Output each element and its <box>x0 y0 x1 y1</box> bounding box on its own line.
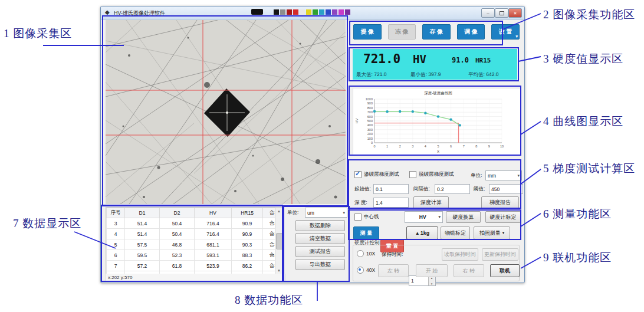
table-cell: 7 <box>107 261 125 271</box>
scroll-up-icon[interactable]: ▲ <box>275 208 282 215</box>
titlebar-color-icon-9 <box>332 9 337 15</box>
image-toolbar: 提 像冻 像存 像调 像设 置▾ <box>353 24 520 40</box>
threshold-input[interactable]: 450 <box>489 184 523 194</box>
table-cell: 4 <box>107 229 125 239</box>
measure-button[interactable]: 测 量 <box>353 226 379 239</box>
depth-calc-button[interactable]: 深度计算 <box>413 196 449 209</box>
svg-text:X: X <box>437 150 439 153</box>
capture-button[interactable]: 提 像 <box>353 24 382 40</box>
scrollbar-thumb[interactable] <box>276 233 283 249</box>
centerline-checkbox-row[interactable]: 中心线 <box>354 214 379 221</box>
hardness-secondary-value: 91.0 <box>452 56 469 64</box>
table-cell: 90.9 <box>232 218 263 229</box>
data-button-4[interactable]: 导出数据 <box>295 259 345 270</box>
titlebar-color-icon-8 <box>326 9 331 15</box>
freeze-button[interactable]: 冻 像 <box>388 24 416 40</box>
camera-bar-icon <box>251 9 263 15</box>
svg-text:800: 800 <box>367 106 373 110</box>
table-cell: 52.3 <box>160 250 195 261</box>
data-button-3[interactable]: 测试报告 <box>295 246 345 257</box>
tester-calibrate-button[interactable]: 硬度计标定 <box>485 211 521 223</box>
depth-input[interactable]: 1.4 <box>373 198 409 208</box>
restore-button[interactable] <box>495 8 508 18</box>
table-cell: 3 <box>107 218 125 229</box>
settings-button[interactable]: 设 置▾ <box>491 24 520 40</box>
titlebar-color-icon-1 <box>280 9 285 15</box>
image-view[interactable] <box>106 20 346 204</box>
objective-40x-radio-row[interactable]: 40X <box>357 267 375 274</box>
table-cell: 593.1 <box>195 250 232 261</box>
start-value-input[interactable]: 0.1 <box>373 184 409 194</box>
interval-value-input[interactable]: 0.2 <box>435 184 470 194</box>
decarburized-checkbox-row[interactable]: 脱碳层梯度测试 <box>409 171 454 178</box>
annotation-label-4: 4 曲线图显示区 <box>543 114 623 129</box>
weight-icon: ▲ <box>415 231 420 236</box>
spinner-arrows[interactable]: ▴▾ <box>428 276 435 285</box>
update-hold-time-button[interactable]: 更新保持时间 <box>482 248 518 261</box>
depth-label: 深 度: <box>354 199 367 206</box>
depth-hardness-chart: 深度-硬度曲线图01002003004005006007008009001000… <box>353 88 520 155</box>
svg-text:10: 10 <box>500 144 504 148</box>
titlebar-color-icon-11 <box>345 9 350 15</box>
adjust-image-button[interactable]: 调 像 <box>457 24 485 40</box>
table-cell: 88.3 <box>232 250 263 261</box>
hardness-secondary-unit: HR15 <box>475 57 491 64</box>
connect-button[interactable]: 联机 <box>490 264 520 277</box>
objective-10x-radio-row[interactable]: 10X <box>357 250 375 257</box>
app-icon: ◆ <box>105 9 110 15</box>
data-unit-select[interactable]: um ▾ <box>305 208 347 218</box>
table-row[interactable]: 659.552.3593.188.3合格 <box>107 250 284 261</box>
svg-text:1000: 1000 <box>366 97 373 101</box>
titlebar[interactable]: ◆ HV-维氏图像处理软件 – × <box>101 6 524 20</box>
hardness-display: 721.0 HV 91.0 HR15 最大值: 721.0 最小值: 397.9… <box>353 49 517 80</box>
svg-text:9: 9 <box>488 144 490 148</box>
carburized-checkbox-row[interactable]: 渗碳层梯度测试 <box>354 171 399 178</box>
data-table-panel: 序号D1D2HVHR15合格 351.450.4716.490.9合格451.4… <box>106 207 284 275</box>
data-button-1[interactable]: 数据删除 <box>295 220 345 231</box>
data-button-2[interactable]: 清空数据 <box>295 233 345 244</box>
read-hold-time-button[interactable]: 读取保持时间 <box>442 248 478 261</box>
turret-right-button[interactable]: 右 转 <box>454 264 484 277</box>
table-cell: 46.8 <box>160 239 195 250</box>
titlebar-color-icon-3 <box>293 9 298 15</box>
load-button[interactable]: ▲ 1kg <box>406 226 438 239</box>
table-row[interactable]: 351.450.4716.490.9合格 <box>107 218 284 229</box>
data-unit-value: um <box>307 210 314 216</box>
interval-value-label: 间隔值: <box>413 186 430 193</box>
svg-text:3: 3 <box>412 144 413 148</box>
decarburized-checkbox[interactable] <box>409 171 416 178</box>
minimize-button[interactable]: – <box>481 8 495 18</box>
measurement-table[interactable]: 序号D1D2HVHR15合格 351.450.4716.490.9合格451.4… <box>106 208 284 275</box>
decarburized-label: 脱碳层梯度测试 <box>419 171 454 178</box>
table-row[interactable]: 451.450.4716.490.9合格 <box>107 229 284 239</box>
status-bar: x:202 y:570 <box>106 274 285 282</box>
svg-text:100: 100 <box>367 137 373 140</box>
gradient-unit-select[interactable]: mm ▾ <box>485 170 522 180</box>
annotation-label-9: 9 联机功能区 <box>543 250 612 265</box>
svg-text:300: 300 <box>367 128 373 132</box>
close-button[interactable]: × <box>508 8 522 18</box>
table-row[interactable]: 757.261.8523.986.2合格 <box>107 261 284 271</box>
gradient-report-button[interactable]: 梯度报告 <box>481 196 519 209</box>
svg-text:0: 0 <box>373 144 375 148</box>
annotation-label-6: 6 测量功能区 <box>543 206 612 222</box>
table-cell: 716.4 <box>195 229 232 239</box>
objective-10x-radio[interactable] <box>357 250 364 257</box>
photo-measure-button[interactable]: 拍照测量 ▾ <box>474 226 510 239</box>
carburized-checkbox[interactable] <box>354 171 362 178</box>
svg-text:200: 200 <box>367 132 373 136</box>
turret-left-button[interactable]: 左 转 <box>378 264 409 277</box>
save-image-button[interactable]: 存 像 <box>422 24 451 40</box>
objective-40x-radio[interactable] <box>357 267 364 274</box>
table-scrollbar[interactable]: ▲ ▼ <box>275 208 283 274</box>
hardness-scale-select[interactable]: HV ▾ <box>405 211 443 223</box>
objective-calibrate-button[interactable]: 物镜标定 <box>441 226 470 239</box>
centerline-checkbox[interactable] <box>354 214 362 221</box>
table-cell: 716.4 <box>195 218 232 229</box>
table-cell: 50.4 <box>160 218 195 229</box>
start-button[interactable]: 开 始 <box>416 264 448 277</box>
table-row[interactable]: 557.546.8681.190.3合格 <box>107 239 284 250</box>
microscope-image <box>106 20 346 204</box>
max-value-text: 最大值: 721.0 <box>356 71 387 78</box>
hardness-convert-button[interactable]: 硬度换算 <box>446 211 481 223</box>
